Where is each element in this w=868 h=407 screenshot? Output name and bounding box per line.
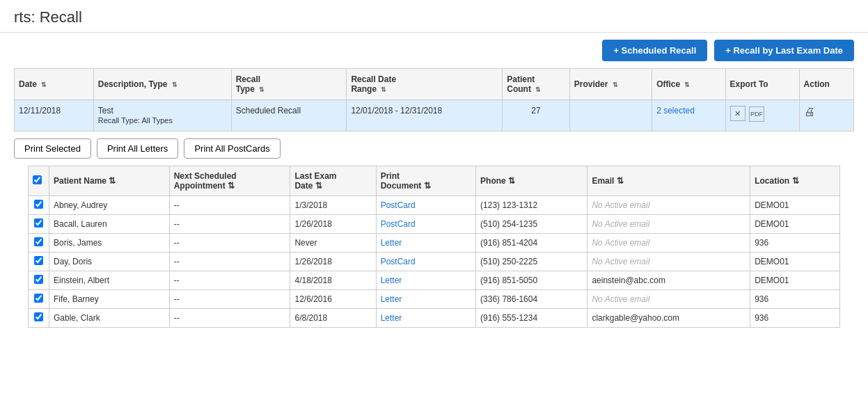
print-document[interactable]: Letter bbox=[376, 271, 475, 290]
location: 936 bbox=[750, 290, 840, 309]
print-all-letters-button[interactable]: Print All Letters bbox=[97, 138, 178, 159]
sort-arrows-date: ⇅ bbox=[41, 81, 47, 88]
row-checkbox[interactable] bbox=[34, 312, 43, 321]
print-doc-link[interactable]: PostCard bbox=[381, 219, 416, 229]
toolbar: + Scheduled Recall + Recall by Last Exam… bbox=[0, 33, 868, 68]
row-checkbox-cell[interactable] bbox=[29, 290, 49, 309]
print-doc-link[interactable]: PostCard bbox=[381, 200, 416, 210]
print-document[interactable]: Letter bbox=[376, 309, 475, 328]
col-print-document[interactable]: PrintDocument ⇅ bbox=[376, 166, 475, 196]
email: No Active email bbox=[587, 253, 750, 271]
patient-name: Gable, Clark bbox=[49, 309, 170, 328]
location: DEMO01 bbox=[750, 196, 840, 215]
print-all-postcards-button[interactable]: Print All PostCards bbox=[184, 138, 280, 159]
col-recall-date-range[interactable]: Recall DateRange ⇅ bbox=[347, 69, 503, 100]
sub-table-row: Day, Doris -- 1/26/2018 PostCard (510) 2… bbox=[29, 253, 840, 271]
sort-arrows-recall-type: ⇅ bbox=[259, 86, 265, 93]
row-checkbox-cell[interactable] bbox=[29, 253, 49, 271]
print-document[interactable]: PostCard bbox=[376, 215, 475, 234]
col-patient-count[interactable]: PatientCount ⇅ bbox=[503, 69, 570, 100]
col-phone[interactable]: Phone ⇅ bbox=[476, 166, 587, 196]
sub-table-row: Bacall, Lauren -- 1/26/2018 PostCard (51… bbox=[29, 215, 840, 234]
scheduled-recall-button[interactable]: + Scheduled Recall bbox=[602, 40, 707, 61]
col-office[interactable]: Office ⇅ bbox=[652, 69, 725, 100]
print-doc-link[interactable]: PostCard bbox=[381, 257, 416, 266]
col-date[interactable]: Date ⇅ bbox=[15, 69, 94, 100]
email: No Active email bbox=[587, 215, 750, 234]
patient-name: Day, Doris bbox=[49, 253, 170, 271]
col-action: Action bbox=[799, 69, 853, 100]
export-excel-icon[interactable]: ✕ bbox=[730, 106, 745, 121]
col-recall-type[interactable]: RecallType ⇅ bbox=[231, 69, 347, 100]
print-document[interactable]: Letter bbox=[376, 290, 475, 309]
row-checkbox-cell[interactable] bbox=[29, 271, 49, 290]
last-exam-date: 6/8/2018 bbox=[290, 309, 376, 328]
email-value: clarkgable@yahoo.com bbox=[592, 313, 679, 323]
print-icon[interactable]: 🖨 bbox=[804, 106, 815, 118]
email-inactive: No Active email bbox=[592, 219, 649, 229]
last-exam-date: 1/3/2018 bbox=[290, 196, 376, 215]
col-provider[interactable]: Provider ⇅ bbox=[569, 69, 652, 100]
col-location[interactable]: Location ⇅ bbox=[750, 166, 840, 196]
print-doc-link[interactable]: Letter bbox=[381, 313, 402, 323]
row-checkbox[interactable] bbox=[34, 294, 43, 303]
phone: (510) 254-1235 bbox=[476, 215, 587, 234]
sort-email: ⇅ bbox=[617, 176, 624, 186]
page-title: rts: Recall bbox=[14, 8, 854, 26]
row-checkbox[interactable] bbox=[34, 275, 43, 284]
email-inactive: No Active email bbox=[592, 294, 649, 304]
main-row-office[interactable]: 2 selected bbox=[652, 100, 725, 131]
location: 936 bbox=[750, 309, 840, 328]
patient-name: Bacall, Lauren bbox=[49, 215, 170, 234]
print-selected-button[interactable]: Print Selected bbox=[14, 138, 91, 159]
sort-phone: ⇅ bbox=[508, 176, 515, 186]
patient-name: Boris, James bbox=[49, 234, 170, 253]
next-appt: -- bbox=[169, 309, 290, 328]
main-table-header-row: Date ⇅ Description, Type ⇅ RecallType ⇅ … bbox=[15, 69, 854, 100]
location: DEMO01 bbox=[750, 271, 840, 290]
col-description[interactable]: Description, Type ⇅ bbox=[93, 69, 231, 100]
print-doc-link[interactable]: Letter bbox=[381, 276, 402, 285]
email: No Active email bbox=[587, 196, 750, 215]
row-checkbox[interactable] bbox=[34, 200, 43, 209]
last-exam-date: 4/18/2018 bbox=[290, 271, 376, 290]
phone: (916) 851-4204 bbox=[476, 234, 587, 253]
next-appt: -- bbox=[169, 196, 290, 215]
recall-by-exam-button[interactable]: + Recall by Last Exam Date bbox=[714, 40, 854, 61]
main-row-provider bbox=[569, 100, 652, 131]
row-checkbox-cell[interactable] bbox=[29, 215, 49, 234]
print-document[interactable]: Letter bbox=[376, 234, 475, 253]
select-all-checkbox[interactable] bbox=[33, 175, 42, 184]
location: DEMO01 bbox=[750, 253, 840, 271]
export-pdf-icon[interactable]: PDF bbox=[749, 106, 764, 122]
col-export-to: Export To bbox=[725, 69, 799, 100]
print-document[interactable]: PostCard bbox=[376, 196, 475, 215]
col-last-exam[interactable]: Last ExamDate ⇅ bbox=[290, 166, 376, 196]
main-table-row: 12/11/2018 TestRecall Type: All Types Sc… bbox=[15, 100, 854, 131]
row-checkbox[interactable] bbox=[34, 256, 43, 265]
last-exam-date: 1/26/2018 bbox=[290, 253, 376, 271]
last-exam-date: 12/6/2016 bbox=[290, 290, 376, 309]
print-doc-link[interactable]: Letter bbox=[381, 294, 402, 304]
sort-next-appt: ⇅ bbox=[228, 181, 235, 191]
row-checkbox-cell[interactable] bbox=[29, 234, 49, 253]
col-next-appt[interactable]: Next ScheduledAppointment ⇅ bbox=[169, 166, 290, 196]
phone: (916) 851-5050 bbox=[476, 271, 587, 290]
col-patient-name[interactable]: Patient Name ⇅ bbox=[49, 166, 170, 196]
row-checkbox[interactable] bbox=[34, 237, 43, 246]
print-document[interactable]: PostCard bbox=[376, 253, 475, 271]
action-buttons-row: Print Selected Print All Letters Print A… bbox=[0, 131, 868, 166]
location: 936 bbox=[750, 234, 840, 253]
next-appt: -- bbox=[169, 234, 290, 253]
sort-last-exam: ⇅ bbox=[315, 181, 322, 191]
print-doc-link[interactable]: Letter bbox=[381, 238, 402, 248]
row-checkbox-cell[interactable] bbox=[29, 309, 49, 328]
sort-arrows-office: ⇅ bbox=[684, 81, 690, 88]
sort-arrows-date-range: ⇅ bbox=[381, 86, 386, 93]
office-selected-link[interactable]: 2 selected bbox=[656, 106, 695, 115]
col-email[interactable]: Email ⇅ bbox=[587, 166, 750, 196]
sort-arrows-patient-count: ⇅ bbox=[535, 86, 541, 93]
row-checkbox-cell[interactable] bbox=[29, 196, 49, 215]
row-checkbox[interactable] bbox=[34, 218, 43, 228]
col-select-all[interactable] bbox=[29, 166, 49, 196]
